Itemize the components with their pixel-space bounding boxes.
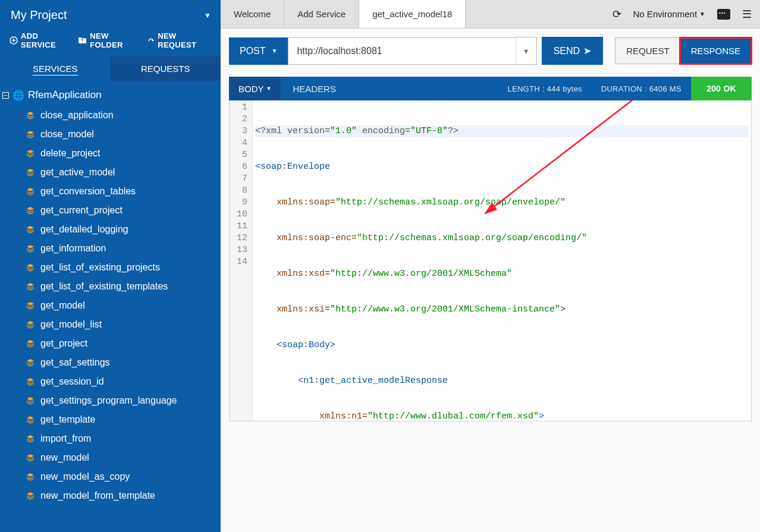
layers-icon [26, 435, 34, 443]
sidebar-item-get-project[interactable]: get_project [21, 334, 221, 353]
status-badge: 200 OK [691, 77, 752, 100]
layers-icon [26, 282, 34, 291]
chevron-down-icon: ▼ [272, 48, 278, 54]
sidebar-item-label: get_information [40, 243, 106, 254]
sidebar-item-label: new_model_as_copy [40, 471, 130, 482]
layers-icon [26, 263, 34, 272]
sidebar-item-get-saf-settings[interactable]: get_saf_settings [21, 353, 221, 372]
sidebar-item-label: get_saf_settings [40, 357, 110, 368]
sidebar-item-label: get_conversion_tables [40, 186, 136, 197]
collapse-toggle[interactable]: − [2, 92, 9, 99]
sidebar-item-get-model-list[interactable]: get_model_list [21, 315, 221, 334]
project-menu-caret[interactable]: ▼ [204, 11, 211, 20]
length-label: LENGTH : 444 bytes [498, 84, 591, 93]
sidebar-item-delete-project[interactable]: delete_project [21, 144, 221, 163]
sidebar-item-label: get_list_of_existing_projects [40, 262, 160, 273]
sidebar-item-close-application[interactable]: close_application [21, 106, 221, 125]
sidebar-item-new-model-from-template[interactable]: new_model_from_template [21, 486, 221, 505]
new-folder-button[interactable]: NEW FOLDER [78, 32, 138, 49]
sidebar-item-label: get_session_id [40, 376, 104, 387]
feedback-icon[interactable] [717, 9, 730, 20]
environment-dropdown[interactable]: No Environment ▼ [633, 9, 705, 19]
service-tree: close_applicationclose_modeldelete_proje… [0, 106, 221, 505]
sidebar-item-get-template[interactable]: get_template [21, 410, 221, 429]
chevron-down-icon: ▼ [266, 86, 272, 92]
layers-icon [26, 206, 34, 215]
headers-tab[interactable]: HEADERS [281, 84, 348, 94]
layers-icon [26, 473, 34, 481]
chevron-down-icon: ▼ [699, 11, 705, 17]
sidebar-item-get-list-of-existing-templates[interactable]: get_list_of_existing_templates [21, 277, 221, 296]
sidebar-item-close-model[interactable]: close_model [21, 125, 221, 144]
layers-icon [26, 244, 34, 253]
folder-plus-icon [78, 37, 87, 44]
layers-icon [26, 339, 34, 348]
sidebar-item-label: delete_project [40, 148, 101, 159]
send-button[interactable]: SEND ➤ [542, 37, 603, 65]
menu-icon[interactable]: ☰ [742, 8, 752, 21]
tab-welcome[interactable]: Welcome [221, 0, 284, 28]
layers-icon [26, 454, 34, 462]
project-title: My Project [11, 8, 67, 22]
layers-icon [26, 130, 34, 138]
sidebar-item-get-detailed-logging[interactable]: get_detailed_logging [21, 220, 221, 239]
sidebar-item-get-active-model[interactable]: get_active_model [21, 163, 221, 182]
body-dropdown[interactable]: BODY ▼ [229, 77, 281, 100]
sidebar-item-label: get_list_of_existing_templates [40, 281, 168, 292]
sidebar-item-get-settings-program-language[interactable]: get_settings_program_language [21, 391, 221, 410]
sidebar-item-get-conversion-tables[interactable]: get_conversion_tables [21, 182, 221, 201]
sidebar-item-label: new_model_from_template [40, 490, 155, 501]
sidebar-item-label: get_model_list [40, 319, 102, 330]
tab-active-request[interactable]: get_active_model18 [359, 0, 466, 28]
sidebar-item-label: close_application [40, 110, 114, 121]
sidebar-item-new-model[interactable]: new_model [21, 448, 221, 467]
top-tab-bar: Welcome Add Service get_active_model18 ⟳… [221, 0, 760, 29]
layers-icon [26, 111, 34, 119]
plus-circle-icon [10, 36, 18, 45]
sidebar-item-get-model[interactable]: get_model [21, 296, 221, 315]
sidebar-item-label: get_detailed_logging [40, 224, 128, 235]
sidebar-item-label: get_current_project [40, 205, 123, 216]
layers-icon [26, 187, 34, 196]
add-service-button[interactable]: ADD SERVICE [10, 32, 70, 49]
layers-icon [26, 320, 34, 329]
tab-requests[interactable]: REQUESTS [111, 56, 221, 81]
sidebar: My Project ▼ ADD SERVICE NEW FOLDER NEW … [0, 0, 221, 532]
sidebar-item-get-session-id[interactable]: get_session_id [21, 372, 221, 391]
sidebar-item-import-from[interactable]: import_from [21, 429, 221, 448]
layers-icon [26, 168, 34, 177]
sidebar-item-label: get_model [40, 300, 85, 311]
response-view-button[interactable]: RESPONSE [680, 38, 751, 64]
method-dropdown[interactable]: POST ▼ [229, 37, 288, 65]
sidebar-item-get-current-project[interactable]: get_current_project [21, 201, 221, 220]
url-input[interactable] [288, 37, 515, 65]
tab-add-service[interactable]: Add Service [284, 0, 359, 28]
url-history-dropdown[interactable]: ▼ [516, 37, 537, 65]
sidebar-item-label: new_model [40, 452, 89, 463]
sidebar-item-label: import_from [40, 433, 91, 444]
request-bar: POST ▼ ▼ SEND ➤ REQUEST RESPONSE [221, 29, 760, 65]
globe-icon: 🌐 [12, 90, 24, 101]
refresh-icon[interactable]: ⟳ [613, 8, 621, 21]
sidebar-item-new-model-as-copy[interactable]: new_model_as_copy [21, 467, 221, 486]
code-content[interactable]: <?xml version="1.0" encoding="UTF-8"?> <… [253, 100, 751, 421]
main-panel: Welcome Add Service get_active_model18 ⟳… [221, 0, 760, 532]
sidebar-item-label: get_template [40, 414, 96, 425]
send-arrow-icon: ➤ [583, 45, 591, 56]
request-view-button[interactable]: REQUEST [615, 38, 680, 64]
response-body: 1234567891011121314 <?xml version="1.0" … [229, 100, 752, 421]
layers-icon [26, 149, 34, 158]
layers-icon [26, 492, 34, 500]
layers-icon [26, 377, 34, 386]
sidebar-item-get-information[interactable]: get_information [21, 239, 221, 258]
sidebar-item-label: get_settings_program_language [40, 395, 177, 406]
sidebar-item-get-list-of-existing-projects[interactable]: get_list_of_existing_projects [21, 258, 221, 277]
layers-icon [26, 225, 34, 234]
sidebar-item-label: close_model [40, 129, 94, 140]
new-request-icon [146, 36, 155, 45]
request-response-toggle: REQUEST RESPONSE [615, 37, 752, 64]
new-request-button[interactable]: NEW REQUEST [146, 32, 211, 49]
app-name[interactable]: RfemApplication [28, 89, 102, 101]
tab-services[interactable]: SERVICES [0, 56, 111, 81]
layers-icon [26, 396, 34, 405]
